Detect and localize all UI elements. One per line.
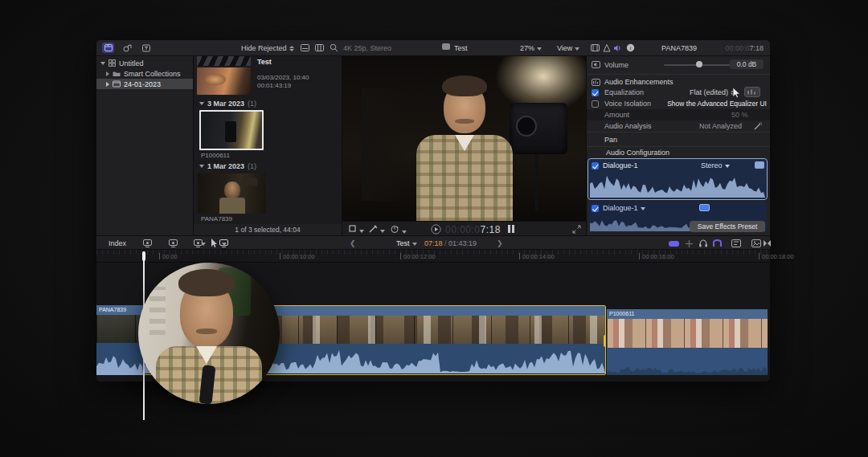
effects-browser-icon[interactable] [731,239,741,247]
sidebar-item-library[interactable]: Untitled [96,58,193,68]
voice-isolation-checkbox[interactable] [592,100,599,108]
search-icon[interactable] [328,43,340,53]
track-name[interactable]: Dialogue-1 [603,204,645,212]
analyze-wand-icon[interactable] [754,122,763,130]
prev-project-arrow[interactable]: ❮ [350,239,356,247]
ruler-label: 00:00:16:00 [642,253,674,260]
audio-analysis-label: Audio Analysis [604,122,652,130]
library-name: Untitled [119,59,144,67]
video-inspector-icon[interactable] [589,43,601,53]
disclosure-closed-icon[interactable] [106,71,109,76]
group-label: 1 Mar 2023 [207,162,244,170]
effects-tool-menu[interactable] [369,225,385,235]
folder-icon [113,71,121,77]
library-sidebar-toggle-icon[interactable] [102,43,114,53]
disclosure-closed-icon[interactable] [106,82,109,87]
amount-label: Amount [604,111,629,119]
volume-value[interactable]: 0.0 dB [730,59,764,69]
camera-lens [516,116,537,137]
play-button[interactable] [431,224,441,236]
voice-isolation-label: Voice Isolation [604,100,651,108]
amount-value: 50 % [731,111,748,119]
titles-generators-icon[interactable] [141,43,153,53]
connect-edit-icon[interactable] [143,239,152,246]
audio-enhancements-header: Audio Enhancements [604,78,674,86]
insert-edit-icon[interactable] [169,239,178,246]
person-mustache [455,119,474,124]
viewer-timecode: 00:00:07:18 [445,224,501,235]
audio-skimming-toggle-icon[interactable] [685,239,694,248]
project-thumbnail[interactable] [197,67,251,95]
solo-headphones-icon[interactable] [698,239,708,248]
browser-clip-p1000611[interactable] [199,110,264,150]
clip-appearance-icon[interactable] [299,43,311,53]
select-tool-icon[interactable] [211,239,218,248]
advanced-equalizer-button[interactable] [744,87,760,97]
timeline-clip-pana7839[interactable]: PANA7839 [96,305,143,375]
color-inspector-icon[interactable] [600,43,612,53]
group-count: (1) [248,162,256,170]
disclosure-open-icon[interactable] [199,102,204,105]
disclosure-open-icon[interactable] [100,62,105,65]
clip-name-bar: P1000611 [607,309,768,319]
timeline-ruler[interactable]: 00:00 00:00:10:00 00:00:12:00 00:00:14:0… [96,250,770,263]
pause-bar-icon[interactable] [508,225,510,233]
tool-options-chevron-icon[interactable] [222,243,227,246]
volume-slider-handle[interactable] [696,61,702,67]
role-badge-icon[interactable] [755,161,764,169]
equalization-popup[interactable]: Flat (edited) [690,88,735,96]
track-enable-checkbox[interactable] [592,205,599,212]
fullscreen-icon[interactable] [572,225,581,235]
filmstrip-view-icon[interactable] [313,43,326,53]
sidebar-item-event[interactable]: 24-01-2023 [96,79,193,89]
equalization-checkbox[interactable] [592,89,599,96]
viewer-video[interactable] [342,56,586,221]
sidebar-item-smart-collections[interactable]: Smart Collections [96,68,193,79]
svg-text:i: i [630,45,632,51]
hide-rejected-filter[interactable]: Hide Rejected [241,44,294,52]
crop-tool-menu[interactable] [349,225,364,235]
skimming-toggle-icon[interactable] [669,241,679,247]
mouse-cursor [732,87,742,100]
snapping-toggle-icon[interactable] [712,239,723,247]
viewer-controls-bar: 00:00:07:18 [342,221,586,235]
project-date: 03/03/2023, 10:40 [257,74,309,81]
browser-project-name[interactable]: Test [257,58,272,66]
audio-configuration-header: Audio Configuration [606,149,669,157]
audio-analysis-value: Not Analyzed [699,122,742,130]
equalizer-tooltip: Show the Advanced Equalizer UI [667,100,767,108]
audio-inspector-icon[interactable] [612,43,624,53]
transitions-browser-icon[interactable] [763,239,772,247]
save-effects-preset-button[interactable]: Save Effects Preset [690,221,765,232]
viewer-view-menu[interactable]: View [557,44,579,52]
pause-bar-icon[interactable] [512,225,514,233]
project-duration: 00:01:43:19 [257,82,291,89]
edit-options-chevron-icon[interactable] [201,243,206,246]
next-project-arrow[interactable]: ❯ [497,239,503,247]
audio-track-dialogue1[interactable]: Dialogue-1 Stereo [588,159,767,199]
browser-group-1mar[interactable]: 1 Mar 2023 (1) [199,162,256,170]
ruler-label: 00:00:14:00 [522,253,555,260]
retime-tool-menu[interactable] [391,225,407,235]
viewer-panel: 00:00:07:18 [342,56,586,235]
index-button[interactable]: Index [108,239,126,247]
disclosure-open-icon[interactable] [199,165,204,168]
component-badge-icon[interactable] [699,204,710,211]
track-channels-popup[interactable]: Stereo [701,161,730,169]
media-browser-icon[interactable] [121,43,133,53]
group-label: 3 Mar 2023 [207,100,244,108]
browser-clip-pana7839[interactable] [198,173,266,214]
timeline-clip-p1000611[interactable]: P1000611 [607,309,768,375]
event-name: 24-01-2023 [124,80,161,88]
media-browser-icon[interactable] [751,239,761,247]
browser-group-3mar[interactable]: 3 Mar 2023 (1) [199,100,256,108]
track-enable-checkbox[interactable] [592,162,599,169]
info-inspector-icon[interactable]: i [624,43,637,53]
clip-filename: P1000611 [201,152,230,159]
timeline-project-menu[interactable]: Test [396,239,417,247]
ruler-label: 00:00 [162,253,178,260]
inspector-timecode: 00:00:07:18 [725,44,764,52]
project-filmstrip-decoration [197,56,251,66]
clip-trim-handle[interactable] [604,335,606,347]
viewer-zoom-menu[interactable]: 27% [520,44,542,52]
